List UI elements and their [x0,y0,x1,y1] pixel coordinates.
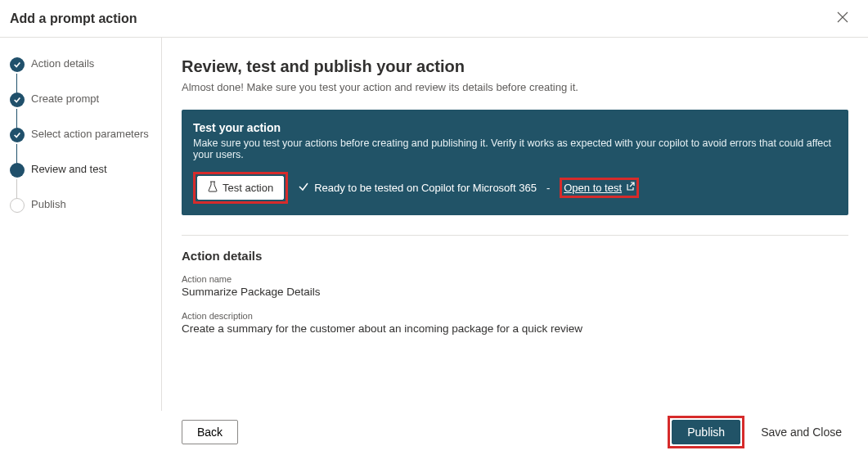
highlight-box: Publish [668,416,744,448]
action-details-title: Action details [182,249,848,263]
external-link-icon [625,182,635,194]
back-button[interactable]: Back [182,420,238,444]
page-subtitle: Almost done! Make sure you test your act… [182,81,848,93]
wizard-step-label: Select action parameters [31,128,149,140]
close-button[interactable] [834,8,852,29]
footer: Back Publish Save and Close [162,409,868,455]
open-to-test-link[interactable]: Open to test [564,182,635,194]
publish-button[interactable]: Publish [672,420,740,444]
highlight-box: Open to test [560,178,639,198]
dialog-title: Add a prompt action [10,11,137,26]
separator: - [546,182,550,194]
test-action-label: Test action [223,182,273,194]
highlight-box: Test action [193,172,288,204]
check-icon [10,57,25,72]
action-name-value: Summarize Package Details [182,286,848,298]
test-status: Ready to be tested on Copilot for Micros… [298,181,537,195]
beaker-icon [208,181,218,195]
action-description-label: Action description [182,311,848,321]
dialog-header: Add a prompt action [0,0,868,38]
wizard-step-select-parameters[interactable]: Select action parameters [10,128,151,140]
check-icon [10,92,25,107]
wizard-step-label: Publish [31,198,66,210]
banner-title: Test your action [193,121,837,134]
wizard-step-label: Create prompt [31,92,99,105]
page-title: Review, test and publish your action [182,57,848,76]
pending-step-icon [10,198,25,213]
action-description-value: Create a summary for the customer about … [182,322,848,335]
wizard-step-create-prompt[interactable]: Create prompt [10,92,151,105]
wizard-step-publish[interactable]: Publish [10,198,151,210]
close-icon [837,11,848,25]
wizard-step-label: Action details [31,57,94,70]
check-icon [298,181,309,195]
test-banner: Test your action Make sure you test your… [182,110,848,215]
current-step-icon [10,163,25,178]
save-and-close-button[interactable]: Save and Close [754,421,848,444]
wizard-sidebar: Action details Create prompt Select acti… [0,38,162,411]
open-to-test-label: Open to test [564,182,622,194]
wizard-step-review-test[interactable]: Review and test [10,163,151,175]
check-icon [10,128,25,142]
status-text: Ready to be tested on Copilot for Micros… [314,182,537,194]
main-content: Review, test and publish your action Alm… [162,38,868,411]
wizard-step-action-details[interactable]: Action details [10,57,151,70]
action-name-label: Action name [182,274,848,284]
divider [182,235,848,236]
test-action-button[interactable]: Test action [197,176,284,200]
banner-description: Make sure you test your actions before c… [193,137,837,160]
wizard-step-label: Review and test [31,163,107,175]
